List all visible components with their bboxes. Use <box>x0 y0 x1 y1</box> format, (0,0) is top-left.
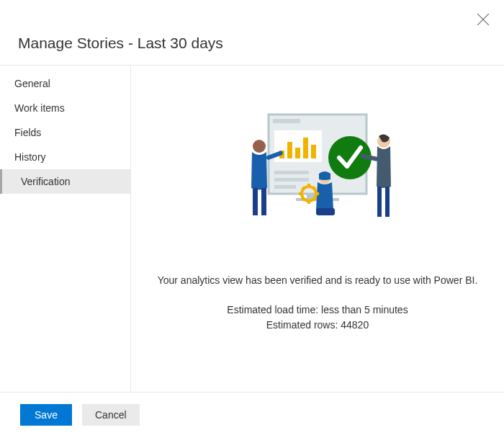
dialog-header: Manage Stories - Last 30 days <box>0 0 504 65</box>
svg-rect-6 <box>303 138 308 158</box>
svg-line-31 <box>302 198 305 200</box>
svg-rect-19 <box>377 187 382 217</box>
verification-success-illustration <box>231 102 404 246</box>
svg-rect-7 <box>311 145 316 158</box>
svg-rect-16 <box>261 188 266 215</box>
verification-message: Your analytics view has been verified an… <box>158 273 478 333</box>
dialog-title: Manage Stories - Last 30 days <box>18 35 504 52</box>
svg-rect-20 <box>385 187 390 217</box>
dialog-body: General Work items Fields History Verifi… <box>0 65 504 393</box>
verification-text: Your analytics view has been verified an… <box>158 273 478 288</box>
cancel-button[interactable]: Cancel <box>82 404 140 426</box>
svg-rect-23 <box>316 208 335 215</box>
svg-line-32 <box>313 187 315 189</box>
verification-estimates: Estimated load time: less than 5 minutes… <box>158 303 478 333</box>
svg-rect-1 <box>273 119 300 123</box>
svg-rect-5 <box>295 148 300 158</box>
content-panel: Your analytics view has been verified an… <box>131 66 504 392</box>
svg-rect-15 <box>253 188 258 215</box>
svg-point-14 <box>253 140 266 153</box>
sidebar-item-verification[interactable]: Verification <box>0 169 130 194</box>
svg-rect-9 <box>274 178 309 182</box>
svg-rect-10 <box>274 185 296 189</box>
sidebar: General Work items Fields History Verifi… <box>0 66 131 392</box>
sidebar-item-general[interactable]: General <box>0 71 130 96</box>
svg-line-30 <box>313 198 315 200</box>
svg-rect-4 <box>287 142 292 158</box>
estimated-rows: Estimated rows: 44820 <box>158 318 478 333</box>
sidebar-item-fields[interactable]: Fields <box>0 120 130 145</box>
sidebar-item-history[interactable]: History <box>0 145 130 169</box>
estimated-load-time: Estimated load time: less than 5 minutes <box>158 303 478 318</box>
close-icon[interactable] <box>477 13 490 26</box>
save-button[interactable]: Save <box>20 404 72 426</box>
sidebar-item-work-items[interactable]: Work items <box>0 96 130 120</box>
svg-rect-8 <box>274 171 309 174</box>
svg-line-29 <box>302 187 305 189</box>
dialog-footer: Save Cancel <box>0 393 504 426</box>
